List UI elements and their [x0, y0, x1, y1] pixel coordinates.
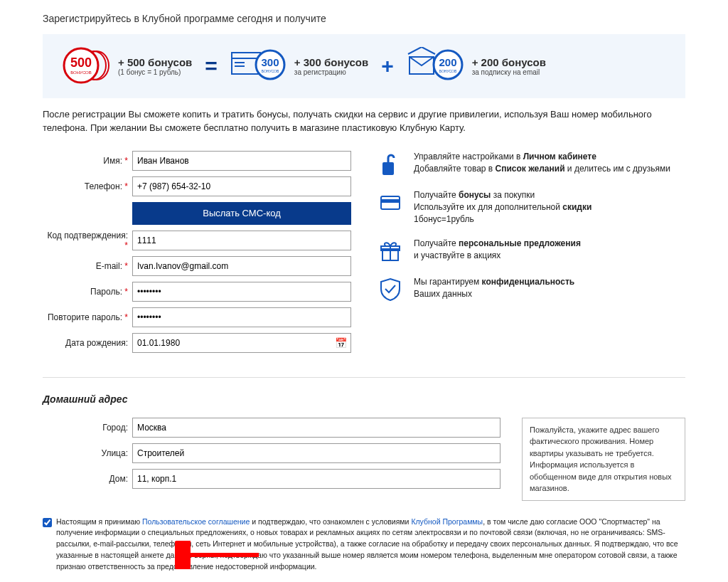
svg-text:БОНУСОВ: БОНУСОВ: [70, 70, 92, 75]
password-input[interactable]: [132, 282, 351, 302]
shield-icon: [377, 276, 404, 303]
benefit-text: Получайте бонусы за покупкиИспользуйте и…: [414, 189, 592, 226]
benefit-text: Мы гарантируем конфиденциальностьВаших д…: [414, 276, 574, 303]
bonus-300-icon: 300 БОНУСОВ: [230, 47, 287, 85]
svg-text:БОНУСОВ: БОНУСОВ: [439, 69, 456, 73]
phone-label: Телефон: *: [43, 181, 132, 191]
city-input[interactable]: [132, 418, 500, 438]
benefit-item: Управляйте настройками в Личном кабинете…: [377, 151, 685, 178]
benefit-text: Управляйте настройками в Личном кабинете…: [414, 151, 670, 178]
code-input[interactable]: [132, 231, 351, 250]
benefit-item: Получайте персональные предложенияи учас…: [377, 238, 685, 265]
svg-text:200: 200: [439, 56, 456, 68]
password2-label: Повторите пароль: *: [43, 312, 132, 322]
bonus-200-icon: 200 БОНУСОВ: [407, 47, 465, 85]
address-section-heading: Домашний адрес: [43, 393, 685, 405]
svg-rect-16: [382, 162, 394, 175]
password2-input[interactable]: [132, 307, 351, 327]
benefit-item: Мы гарантируем конфиденциальностьВаших д…: [377, 276, 685, 303]
phone-input[interactable]: [132, 176, 351, 196]
card-icon: [377, 189, 404, 216]
bonus-300-sub: за регистрацию: [294, 68, 368, 76]
annotation-arrow-icon: [175, 541, 260, 569]
equals-sign: =: [205, 54, 218, 78]
bonus-200-sub: за подписку на email: [472, 68, 546, 76]
description-text: После регистрации Вы сможете копить и тр…: [43, 108, 685, 135]
user-agreement-link[interactable]: Пользовательское соглашение: [142, 517, 250, 526]
address-hint-box: Пожалуйста, укажите адрес вашего фактиче…: [522, 418, 685, 501]
plus-sign: +: [381, 54, 394, 78]
name-input[interactable]: [132, 151, 351, 171]
street-input[interactable]: [132, 443, 500, 463]
house-input[interactable]: [132, 469, 500, 489]
name-label: Имя: *: [43, 156, 132, 166]
house-label: Дом:: [43, 474, 132, 484]
bonus-500-icon: 500 БОНУСОВ: [60, 46, 111, 87]
street-label: Улица:: [43, 448, 132, 458]
svg-rect-18: [381, 199, 400, 203]
section-divider: [43, 377, 685, 378]
gift-icon: [377, 238, 404, 265]
agreement-checkbox[interactable]: [43, 518, 52, 527]
svg-text:300: 300: [261, 56, 279, 68]
thumbs-up-icon: [377, 151, 404, 178]
benefit-text: Получайте персональные предложенияи учас…: [414, 238, 581, 265]
bonus-500-title: + 500 бонусов: [118, 56, 192, 68]
calendar-icon[interactable]: 📅: [335, 337, 347, 349]
password-label: Пароль: *: [43, 287, 132, 297]
svg-text:500: 500: [70, 55, 92, 70]
bonus-500-sub: (1 бонус = 1 рубль): [118, 68, 192, 76]
email-label: E-mail: *: [43, 261, 132, 271]
bonus-200-title: + 200 бонусов: [472, 56, 546, 68]
email-input[interactable]: [132, 256, 351, 276]
bonus-300-title: + 300 бонусов: [294, 56, 368, 68]
send-sms-button[interactable]: Выслать СМС-код: [132, 202, 351, 225]
dob-input[interactable]: [132, 333, 351, 353]
svg-text:БОНУСОВ: БОНУСОВ: [262, 69, 279, 73]
agreement-text: Настоящим я принимаю Пользовательское со…: [56, 517, 685, 573]
page-heading: Зарегистрируйтесь в Клубной программе се…: [43, 13, 685, 24]
dob-label: Дата рождения:: [43, 338, 132, 348]
city-label: Город:: [43, 423, 132, 433]
benefit-item: Получайте бонусы за покупкиИспользуйте и…: [377, 189, 685, 226]
club-program-link[interactable]: Клубной Программы: [411, 517, 483, 526]
bonus-banner: 500 БОНУСОВ + 500 бонусов (1 бонус = 1 р…: [43, 34, 685, 98]
code-label: Код подтверждения: *: [43, 231, 132, 250]
